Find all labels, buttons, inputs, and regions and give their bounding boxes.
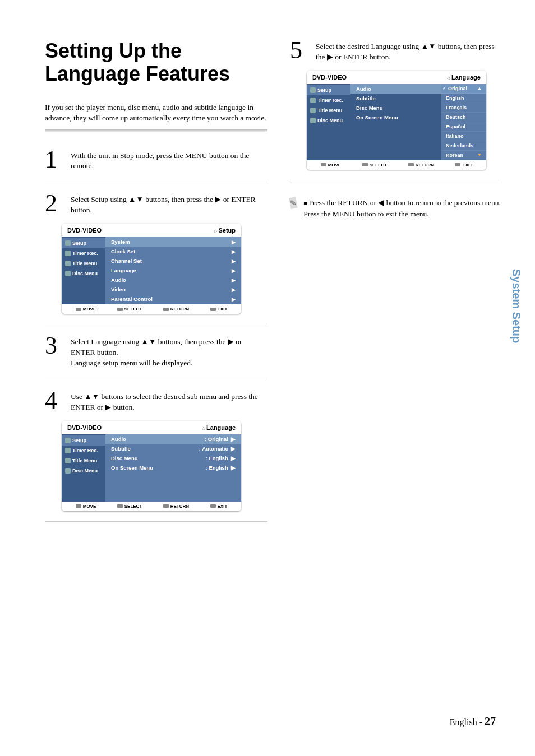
gear-icon <box>65 438 71 443</box>
menu-sidebar: Setup Timer Rec. Title Menu Disc Menu <box>307 84 350 160</box>
step-text: With the unit in Stop mode, press the ME… <box>71 149 268 172</box>
menu-sidebar: Setup Timer Rec. Title Menu Disc Menu <box>62 434 105 502</box>
sidebar-item-timer: Timer Rec. <box>307 95 350 105</box>
step-5: 5 Select the desired Language using ▲▼ b… <box>290 39 501 63</box>
step-number: 2 <box>45 192 61 215</box>
menu-row: Audio: Original ▶ <box>105 434 241 444</box>
step-text: Use ▲▼ buttons to select the desired sub… <box>71 389 268 413</box>
menu-breadcrumb: Language <box>447 74 481 81</box>
return-icon <box>163 308 169 311</box>
gear-icon <box>65 240 71 246</box>
exit-icon <box>455 163 460 166</box>
menu-screenshot-language: DVD-VIDEO Language Setup Timer Rec. Titl… <box>62 421 241 511</box>
dropdown-option: Korean <box>441 151 486 160</box>
disc-icon <box>65 271 71 276</box>
step-number: 4 <box>45 389 61 412</box>
step-text: Select Setup using ▲▼ buttons, then pres… <box>71 192 268 216</box>
menu-list: Audio: Original ▶ Subtitle: Automatic ▶ … <box>105 434 241 502</box>
menu-row: Parental Control▶ <box>105 294 241 304</box>
menu-row: Subtitle: Automatic ▶ <box>105 444 241 453</box>
menu-sidebar: Setup Timer Rec. Title Menu Disc Menu <box>62 237 105 304</box>
clock-icon <box>65 251 71 256</box>
menu-header-title: DVD-VIDEO <box>67 424 102 431</box>
note: ✎ Press the RETURN or ◀ button to return… <box>290 197 501 220</box>
language-dropdown: Original English Français Deutsch Españo… <box>441 84 486 160</box>
dropdown-option: Original <box>441 84 486 94</box>
menu-row: Audio <box>350 84 441 94</box>
sidebar-item-disc: Disc Menu <box>62 466 105 476</box>
menu-header-title: DVD-VIDEO <box>67 227 102 234</box>
menu-row: Channel Set▶ <box>105 256 241 266</box>
step-number: 1 <box>45 149 61 171</box>
divider <box>45 324 268 324</box>
step-1: 1 With the unit in Stop mode, press the … <box>45 149 268 172</box>
menu-breadcrumb: Setup <box>214 227 236 234</box>
move-icon <box>76 308 81 311</box>
intro-paragraph: If you set the player menu, disc menu, a… <box>45 103 268 124</box>
divider <box>45 521 268 522</box>
dropdown-option: Deutsch <box>441 113 486 122</box>
select-icon <box>117 308 123 311</box>
disc-icon <box>310 118 316 123</box>
sidebar-item-title: Title Menu <box>62 258 105 268</box>
step-text: Select Language using ▲▼ buttons, then p… <box>71 335 268 369</box>
sidebar-item-disc: Disc Menu <box>62 268 105 279</box>
exit-icon <box>210 504 216 508</box>
clock-icon <box>65 448 71 453</box>
menu-row: System▶ <box>105 237 241 247</box>
menu-screenshot-language-dropdown: DVD-VIDEO Language Setup Timer Rec. Titl… <box>307 71 486 170</box>
menu-footer: MOVE SELECT RETURN EXIT <box>62 502 241 511</box>
sidebar-item-timer: Timer Rec. <box>62 446 105 456</box>
menu-row: Clock Set▶ <box>105 247 241 256</box>
title-icon <box>65 261 71 266</box>
dropdown-option: Español <box>441 122 486 132</box>
clock-icon <box>310 98 316 103</box>
page-title: Setting Up the Language Features <box>45 39 268 86</box>
page-footer: English - 27 <box>450 715 496 728</box>
disc-icon <box>65 468 71 474</box>
page-number: 27 <box>485 715 496 727</box>
exit-icon <box>210 308 216 311</box>
title-icon <box>310 108 316 113</box>
step-number: 5 <box>290 39 306 62</box>
divider <box>45 129 268 132</box>
divider <box>45 182 268 182</box>
step-text: Select the desired Language using ▲▼ but… <box>316 39 501 63</box>
menu-row: Disc Menu: English ▶ <box>105 453 241 463</box>
dropdown-option: Nederlands <box>441 141 486 151</box>
select-icon <box>117 504 123 508</box>
section-tab: System Setup <box>510 269 523 343</box>
dropdown-option: Italiano <box>441 132 486 141</box>
sidebar-item-setup: Setup <box>62 238 105 248</box>
menu-header-title: DVD-VIDEO <box>312 74 347 81</box>
note-text: Press the RETURN or ◀ button to return t… <box>303 197 501 220</box>
menu-row: On Screen Menu <box>350 113 441 122</box>
menu-row: On Screen Menu: English ▶ <box>105 463 241 472</box>
return-icon <box>163 504 169 508</box>
menu-row: Language▶ <box>105 266 241 275</box>
menu-footer: MOVE SELECT RETURN EXIT <box>62 304 241 314</box>
menu-breadcrumb: Language <box>202 424 236 431</box>
sidebar-item-title: Title Menu <box>62 456 105 466</box>
sidebar-item-title: Title Menu <box>307 105 350 115</box>
step-number: 3 <box>45 335 61 357</box>
menu-row: Disc Menu <box>350 103 441 113</box>
sidebar-item-disc: Disc Menu <box>307 115 350 126</box>
menu-row: Audio▶ <box>105 275 241 285</box>
title-icon <box>65 458 71 463</box>
step-4: 4 Use ▲▼ buttons to select the desired s… <box>45 389 268 413</box>
note-icon: ✎ <box>289 197 297 209</box>
step-2: 2 Select Setup using ▲▼ buttons, then pr… <box>45 192 268 216</box>
select-icon <box>362 163 368 166</box>
menu-footer: MOVE SELECT RETURN EXIT <box>307 160 486 170</box>
move-icon <box>76 504 81 508</box>
menu-list: System▶ Clock Set▶ Channel Set▶ Language… <box>105 237 241 304</box>
sidebar-item-setup: Setup <box>307 85 350 95</box>
menu-screenshot-setup: DVD-VIDEO Setup Setup Timer Rec. Title M… <box>62 224 241 314</box>
dropdown-option: English <box>441 94 486 103</box>
divider <box>45 379 268 379</box>
divider <box>290 180 501 180</box>
menu-row: Subtitle <box>350 94 441 103</box>
sidebar-item-setup: Setup <box>62 435 105 446</box>
sidebar-item-timer: Timer Rec. <box>62 248 105 258</box>
